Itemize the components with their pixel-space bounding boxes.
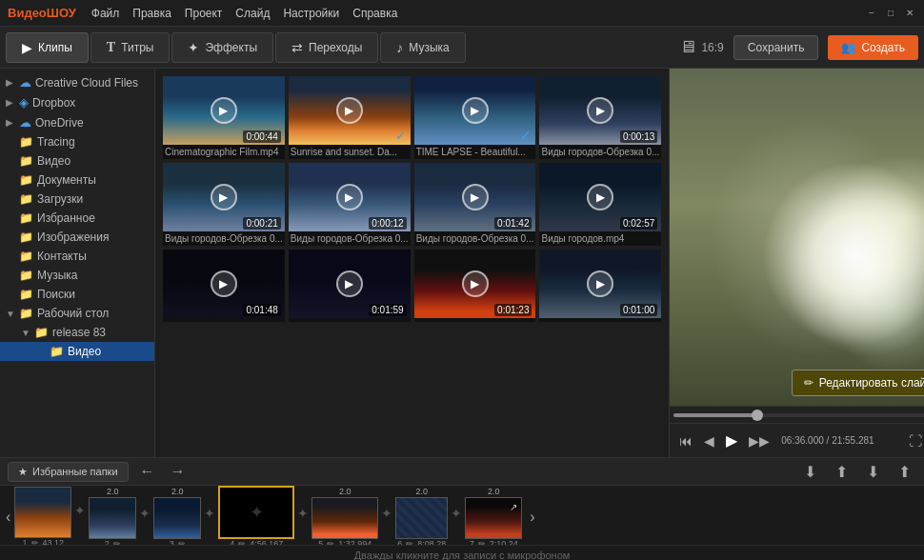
- clip-info-2: 2 ✏: [105, 539, 121, 546]
- menu-edit[interactable]: Правка: [132, 7, 171, 20]
- timeline-clip-3[interactable]: 2.0 3 ✏: [153, 487, 201, 546]
- clip-label-6: 2.0: [416, 487, 429, 496]
- maximize-button[interactable]: □: [884, 7, 897, 20]
- clip-edit-3[interactable]: ✏: [178, 539, 186, 546]
- create-button[interactable]: 👥 Создать: [828, 35, 918, 60]
- move-down-button[interactable]: ⬇: [861, 461, 885, 483]
- seek-thumb[interactable]: [752, 410, 763, 421]
- media-item-6[interactable]: ▶ 0:00:12 Виды городов-Обрезка 0...: [289, 163, 411, 246]
- tab-titles[interactable]: T Титры: [90, 32, 171, 63]
- main-toolbar: ▶ Клипы T Титры ✦ Эффекты ⇄ Переходы ♪ М…: [0, 27, 924, 69]
- sidebar-item-cloud[interactable]: ▶ ☁ Creative Cloud Files: [0, 72, 154, 92]
- tab-effects[interactable]: ✦ Эффекты: [171, 32, 273, 63]
- label-12: [539, 318, 661, 322]
- sidebar-item-favorites[interactable]: ▶ 📁 Избранное: [0, 209, 154, 228]
- tab-titles-label: Титры: [121, 41, 153, 54]
- tab-effects-label: Эффекты: [205, 41, 257, 54]
- nav-forward-button[interactable]: →: [167, 461, 190, 482]
- media-item-12[interactable]: ▶ 0:01:00: [539, 250, 661, 322]
- minimize-button[interactable]: −: [865, 7, 878, 20]
- label-9: [163, 318, 285, 322]
- media-item-8[interactable]: ▶ 0:02:57 Виды городов.mp4: [539, 163, 661, 246]
- sidebar-item-downloads[interactable]: ▶ 📁 Загрузки: [0, 190, 154, 209]
- menu-project[interactable]: Проект: [185, 7, 223, 20]
- step-forward-button[interactable]: ▶▶: [745, 431, 773, 450]
- sidebar-item-documents[interactable]: ▶ 📁 Документы: [0, 170, 154, 190]
- sidebar-item-music[interactable]: ▶ 📁 Музыка: [0, 266, 154, 285]
- timeline-clip-1[interactable]: 1 ✏ 43.12: [14, 487, 71, 545]
- menu-settings[interactable]: Настройки: [283, 7, 339, 20]
- timeline-clip-2[interactable]: 2.0 2 ✏: [89, 487, 136, 546]
- tab-music[interactable]: ♪ Музыка: [380, 32, 465, 63]
- sidebar-item-contacts[interactable]: ▶ 📁 Контакты: [0, 247, 154, 266]
- step-back-button[interactable]: ◀: [700, 431, 718, 450]
- media-item-9[interactable]: ▶ 0:01:48: [163, 250, 285, 322]
- play-pause-button[interactable]: ▶: [722, 430, 741, 451]
- clip-edit-7[interactable]: ✏: [478, 539, 486, 546]
- clips-icon: ▶: [22, 40, 32, 55]
- thumb-10: ▶ 0:01:59: [289, 250, 411, 318]
- save-button[interactable]: Сохранить: [733, 35, 819, 60]
- sidebar-item-search[interactable]: ▶ 📁 Поиски: [0, 285, 154, 304]
- media-item-2[interactable]: ▶ ✓ Sunrise and sunset. Da...: [289, 76, 411, 159]
- timeline-clip-7[interactable]: 2.0 ↗ 7 ✏ 2:10.24: [465, 487, 522, 546]
- media-item-10[interactable]: ▶ 0:01:59: [289, 250, 411, 322]
- expand-icon: ▶: [6, 77, 15, 88]
- media-item-7[interactable]: ▶ 0:01:42 Виды городов-Обрезка 0...: [414, 163, 536, 246]
- sidebar-video2-label: Видео: [68, 345, 101, 358]
- upload-button[interactable]: ⬆: [830, 461, 854, 483]
- clip-edit-5[interactable]: ✏: [327, 539, 334, 546]
- timeline-clip-6[interactable]: 2.0 6 ✏ 8:08.28: [395, 487, 448, 546]
- clip-edit-2[interactable]: ✏: [113, 539, 121, 546]
- edit-slide-button[interactable]: ✏ Редактировать слайд: [792, 370, 924, 396]
- sidebar-item-tracing[interactable]: ▶ 📁 Tracing: [0, 132, 154, 151]
- duration-1: 0:00:44: [243, 130, 280, 143]
- sidebar-item-video2[interactable]: ▶ 📁 Видео: [0, 342, 154, 361]
- sidebar-item-images[interactable]: ▶ 📁 Изображения: [0, 228, 154, 247]
- move-up-button[interactable]: ⬆: [893, 461, 916, 483]
- sidebar-item-video[interactable]: ▶ 📁 Видео: [0, 151, 154, 170]
- clip-edit-1[interactable]: ✏: [31, 538, 39, 545]
- download-button[interactable]: ⬇: [798, 461, 822, 483]
- folder-icon: 📁: [19, 307, 33, 320]
- media-item-11[interactable]: ▶ 0:01:23: [414, 250, 536, 322]
- tab-clips[interactable]: ▶ Клипы: [6, 32, 89, 63]
- menu-file[interactable]: Файл: [91, 7, 120, 20]
- clip-thumb-7: ↗: [465, 497, 522, 539]
- timeline-scroll-left[interactable]: ‹: [4, 509, 12, 526]
- label-3: TIME LAPSE - Beautiful...: [414, 145, 536, 159]
- skip-start-button[interactable]: ⏮: [675, 431, 696, 450]
- favorite-folders-button[interactable]: ★ Избранные папки: [8, 462, 129, 482]
- timeline-clip-5[interactable]: 2.0 5 ✏ 1:32.994: [311, 487, 378, 546]
- seek-bar[interactable]: [673, 413, 924, 417]
- sidebar-item-dropbox[interactable]: ▶ ◈ Dropbox: [0, 92, 154, 112]
- clip-info-1: 1 ✏ 43.12: [23, 538, 65, 545]
- fullscreen-button[interactable]: ⛶: [905, 431, 924, 450]
- main-layout: ▶ ☁ Creative Cloud Files ▶ ◈ Dropbox ▶ ☁…: [0, 69, 924, 457]
- timeline-clip-4[interactable]: ✦ 4 ✏ 4:56.167: [218, 486, 294, 545]
- thumb-9: ▶ 0:01:48: [163, 250, 285, 318]
- media-item-4[interactable]: ▶ 0:00:13 Виды городов-Обрезка 0...: [539, 76, 661, 159]
- clip-edit-6[interactable]: ✏: [406, 539, 413, 546]
- close-button[interactable]: ✕: [903, 7, 916, 20]
- menu-help[interactable]: Справка: [352, 7, 397, 20]
- media-item-3[interactable]: ▶ ✓ TIME LAPSE - Beautiful...: [414, 76, 536, 159]
- duration-9: 0:01:48: [243, 304, 280, 316]
- media-item-5[interactable]: ▶ 0:00:21 Виды городов-Обрезка 0...: [163, 163, 285, 246]
- sidebar-item-onedrive[interactable]: ▶ ☁ OneDrive: [0, 112, 154, 132]
- timeline-scroll-right[interactable]: ›: [528, 509, 536, 526]
- arrow-icon: ↗: [510, 502, 517, 512]
- sidebar-cloud-label: Creative Cloud Files: [35, 76, 138, 90]
- duration-12: 0:01:00: [620, 304, 657, 316]
- nav-back-button[interactable]: ←: [136, 461, 159, 482]
- label-7: Виды городов-Обрезка 0...: [414, 231, 536, 246]
- label-8: Виды городов.mp4: [539, 231, 661, 246]
- menu-slide[interactable]: Слайд: [235, 7, 270, 20]
- sidebar-item-release83[interactable]: ▼ 📁 release 83: [0, 323, 154, 342]
- play-btn-5: ▶: [211, 184, 237, 210]
- pencil-icon: ✏: [804, 376, 814, 390]
- media-scroll-wrapper: ▶ 0:00:44 Cinematographic Film.mp4 ▶ ✓ S…: [155, 69, 669, 457]
- tab-transitions[interactable]: ⇄ Переходы: [275, 32, 378, 63]
- media-item-1[interactable]: ▶ 0:00:44 Cinematographic Film.mp4: [163, 76, 285, 159]
- sidebar-item-desktop[interactable]: ▼ 📁 Рабочий стол: [0, 304, 154, 323]
